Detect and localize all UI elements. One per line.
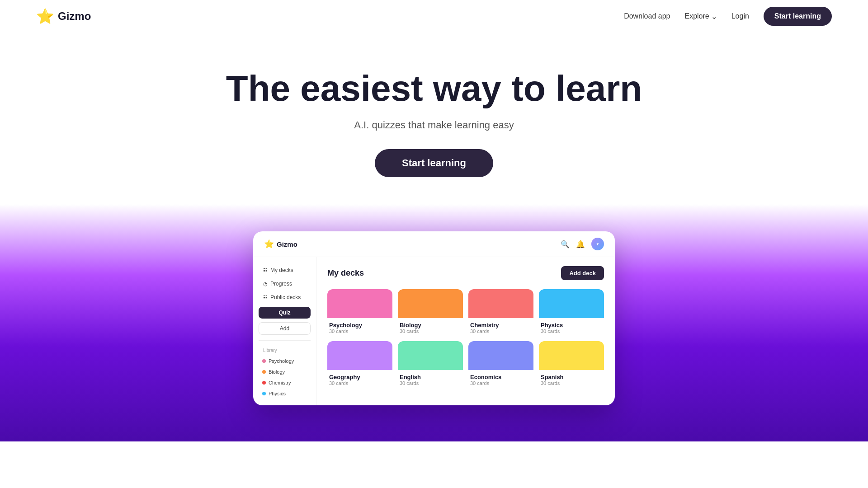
- deck-count-economics: 30 cards: [470, 380, 532, 386]
- deck-color-physics: [539, 289, 604, 318]
- mockup-main: My decks Add deck Psychology 30 cards: [316, 257, 615, 405]
- deck-card-english[interactable]: English 30 cards: [398, 341, 463, 388]
- login-link[interactable]: Login: [731, 12, 749, 20]
- library-physics-label: Physics: [269, 391, 286, 396]
- explore-label: Explore: [684, 12, 709, 20]
- sidebar-item-my-decks[interactable]: ☷ My decks: [259, 264, 311, 276]
- app-mockup: ⭐ Gizmo 🔍 🔔 ▼ ☷ My decks ◔ P: [253, 231, 615, 405]
- hero-subtitle: A.I. quizzes that make learning easy: [9, 119, 859, 131]
- deck-card-economics[interactable]: Economics 30 cards: [468, 341, 533, 388]
- sidebar-my-decks-label: My decks: [270, 267, 293, 273]
- avatar[interactable]: ▼: [591, 238, 604, 250]
- deck-color-biology: [398, 289, 463, 318]
- deck-count-english: 30 cards: [400, 380, 461, 386]
- mockup-logo-text: Gizmo: [277, 240, 297, 248]
- physics-dot-icon: [262, 392, 266, 395]
- deck-count-psychology: 30 cards: [329, 328, 391, 334]
- gradient-section: ⭐ Gizmo 🔍 🔔 ▼ ☷ My decks ◔ P: [0, 204, 868, 441]
- sidebar-item-progress[interactable]: ◔ Progress: [259, 278, 311, 290]
- library-chemistry-label: Chemistry: [269, 380, 291, 385]
- deck-color-psychology: [327, 289, 392, 318]
- mockup-body: ☷ My decks ◔ Progress ☷ Public decks Qui…: [253, 257, 615, 405]
- logo[interactable]: ⭐ Gizmo: [36, 8, 91, 25]
- section-title: My decks: [327, 268, 364, 278]
- hero-section: The easiest way to learn A.I. quizzes th…: [0, 33, 868, 204]
- library-item-psychology[interactable]: Psychology: [259, 357, 311, 366]
- deck-card-chemistry[interactable]: Chemistry 30 cards: [468, 289, 533, 336]
- deck-count-biology: 30 cards: [400, 328, 461, 334]
- deck-count-physics: 30 cards: [541, 328, 602, 334]
- library-item-biology[interactable]: Biology: [259, 367, 311, 376]
- search-icon[interactable]: 🔍: [561, 240, 570, 249]
- deck-count-geography: 30 cards: [329, 380, 391, 386]
- deck-name-english: English: [400, 374, 461, 380]
- deck-name-psychology: Psychology: [329, 322, 391, 328]
- logo-star-icon: ⭐: [36, 8, 54, 25]
- chevron-down-icon: ⌄: [711, 12, 717, 21]
- deck-count-chemistry: 30 cards: [470, 328, 532, 334]
- library-item-physics[interactable]: Physics: [259, 389, 311, 398]
- biology-dot-icon: [262, 370, 266, 374]
- sidebar-item-public-decks[interactable]: ☷ Public decks: [259, 291, 311, 303]
- mockup-logo: ⭐ Gizmo: [264, 239, 297, 249]
- hero-title: The easiest way to learn: [9, 69, 859, 108]
- main-header: My decks Add deck: [327, 266, 604, 280]
- deck-name-physics: Physics: [541, 322, 602, 328]
- explore-dropdown[interactable]: Explore ⌄: [684, 12, 717, 21]
- deck-card-spanish[interactable]: Spanish 30 cards: [539, 341, 604, 388]
- mockup-logo-star-icon: ⭐: [264, 239, 274, 249]
- decks-icon: ☷: [263, 267, 268, 273]
- psychology-dot-icon: [262, 359, 266, 363]
- sidebar-divider: [259, 340, 311, 341]
- mockup-topbar: ⭐ Gizmo 🔍 🔔 ▼: [253, 231, 615, 257]
- hero-start-learning-button[interactable]: Start learning: [375, 149, 493, 177]
- logo-text: Gizmo: [58, 10, 91, 23]
- deck-card-psychology[interactable]: Psychology 30 cards: [327, 289, 392, 336]
- deck-count-spanish: 30 cards: [541, 380, 602, 386]
- add-button[interactable]: Add: [259, 322, 311, 335]
- public-decks-icon: ☷: [263, 295, 268, 300]
- deck-name-geography: Geography: [329, 374, 391, 380]
- mockup-topbar-icons: 🔍 🔔 ▼: [561, 238, 604, 250]
- deck-card-physics[interactable]: Physics 30 cards: [539, 289, 604, 336]
- download-app-link[interactable]: Download app: [624, 12, 670, 20]
- deck-name-economics: Economics: [470, 374, 532, 380]
- deck-color-geography: [327, 341, 392, 370]
- navbar: ⭐ Gizmo Download app Explore ⌄ Login Sta…: [0, 0, 868, 33]
- chemistry-dot-icon: [262, 381, 266, 385]
- library-biology-label: Biology: [269, 369, 285, 375]
- bell-icon[interactable]: 🔔: [576, 240, 585, 249]
- quiz-button[interactable]: Quiz: [259, 307, 311, 319]
- add-deck-button[interactable]: Add deck: [561, 266, 604, 280]
- avatar-chevron-icon: ▼: [596, 242, 599, 246]
- sidebar-progress-label: Progress: [270, 281, 292, 287]
- deck-color-spanish: [539, 341, 604, 370]
- deck-color-chemistry: [468, 289, 533, 318]
- nav-links: Download app Explore ⌄ Login Start learn…: [624, 7, 832, 26]
- library-section-title: Library: [259, 346, 311, 355]
- deck-color-economics: [468, 341, 533, 370]
- library-psychology-label: Psychology: [269, 358, 294, 364]
- deck-name-biology: Biology: [400, 322, 461, 328]
- deck-card-geography[interactable]: Geography 30 cards: [327, 341, 392, 388]
- nav-start-learning-button[interactable]: Start learning: [764, 7, 832, 26]
- deck-color-english: [398, 341, 463, 370]
- deck-name-chemistry: Chemistry: [470, 322, 532, 328]
- sidebar-public-decks-label: Public decks: [270, 294, 301, 300]
- mockup-sidebar: ☷ My decks ◔ Progress ☷ Public decks Qui…: [253, 257, 316, 405]
- deck-card-biology[interactable]: Biology 30 cards: [398, 289, 463, 336]
- deck-name-spanish: Spanish: [541, 374, 602, 380]
- library-item-chemistry[interactable]: Chemistry: [259, 378, 311, 387]
- progress-icon: ◔: [263, 281, 268, 287]
- deck-grid: Psychology 30 cards Biology 30 cards: [327, 289, 604, 388]
